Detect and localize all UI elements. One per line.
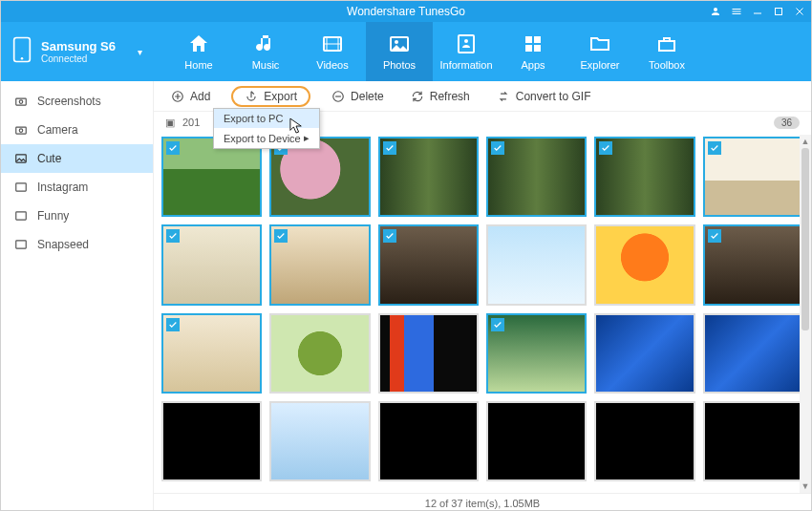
thumbnail[interactable] (594, 313, 694, 394)
group-year: 201 (182, 117, 200, 128)
scroll-up-icon[interactable]: ▲ (800, 135, 811, 148)
checkbox-checked-icon[interactable] (708, 141, 721, 155)
close-icon[interactable] (794, 6, 805, 17)
sidebar-item-funny[interactable]: Funny (1, 202, 153, 230)
checkbox-checked-icon[interactable] (383, 229, 396, 243)
device-name: Samsung S6 (41, 39, 128, 53)
svg-rect-1 (776, 9, 782, 15)
tool-label: Delete (351, 90, 384, 103)
main: Screenshots Camera Cute Instagram Funny … (1, 81, 811, 511)
thumbnail[interactable] (269, 224, 370, 305)
scrollbar[interactable]: ▲ ▼ (800, 135, 811, 493)
thumbnail[interactable] (486, 224, 587, 305)
sidebar-item-snapseed[interactable]: Snapseed (1, 230, 153, 259)
toolbox-icon (655, 32, 678, 55)
folder-icon (588, 32, 611, 55)
thumbnail[interactable] (486, 313, 587, 394)
device-info: Samsung S6 Connected (41, 39, 128, 64)
nav-apps[interactable]: Apps (500, 22, 566, 81)
scroll-track[interactable] (801, 148, 809, 479)
convert-gif-button[interactable]: Convert to GIF (491, 88, 597, 105)
thumbnail[interactable] (161, 224, 262, 305)
device-status: Connected (41, 53, 128, 64)
thumbnail[interactable] (269, 401, 370, 481)
maximize-icon[interactable] (773, 6, 784, 17)
checkbox-checked-icon[interactable] (166, 229, 180, 243)
checkbox-checked-icon[interactable] (491, 318, 504, 331)
checkbox-checked-icon[interactable] (274, 229, 288, 243)
thumbnail[interactable] (269, 313, 370, 394)
app-title: Wondershare TunesGo (347, 5, 465, 18)
sidebar-item-cute[interactable]: Cute (1, 144, 153, 173)
thumbnail[interactable] (378, 401, 479, 481)
refresh-icon (411, 90, 424, 103)
sidebar-item-camera[interactable]: Camera (1, 116, 153, 144)
thumbnail[interactable] (594, 401, 694, 481)
thumbnail[interactable] (161, 401, 262, 481)
thumbnail[interactable] (161, 313, 262, 394)
nav-toolbox[interactable]: Toolbox (633, 22, 700, 81)
export-to-pc-item[interactable]: Export to PC (214, 109, 319, 128)
nav-music[interactable]: Music (232, 22, 299, 81)
phone-icon (12, 36, 32, 67)
thumbnail[interactable] (486, 401, 587, 481)
thumbnail[interactable] (703, 137, 803, 217)
thumbnail[interactable] (703, 224, 803, 305)
thumbnail[interactable] (594, 224, 694, 305)
nav-photos[interactable]: Photos (366, 22, 433, 81)
checkbox-checked-icon[interactable] (166, 141, 180, 155)
thumbnail[interactable] (703, 313, 803, 394)
nav-label: Home (184, 59, 212, 71)
menu-icon[interactable] (731, 6, 742, 17)
delete-button[interactable]: Delete (326, 88, 390, 105)
dropdown-label: Export to PC (224, 113, 283, 124)
nav-videos[interactable]: Videos (299, 22, 366, 81)
checkbox-checked-icon[interactable] (491, 141, 504, 155)
svg-point-15 (19, 100, 23, 104)
add-button[interactable]: Add (165, 88, 216, 105)
nav-information[interactable]: Information (433, 22, 500, 81)
sidebar-item-label: Camera (37, 123, 78, 137)
thumbnail[interactable] (378, 313, 479, 394)
thumbnail[interactable] (378, 224, 479, 305)
minus-circle-icon (331, 90, 345, 103)
checkbox-checked-icon[interactable] (708, 229, 721, 243)
main-nav: Home Music Videos Photos Information App… (165, 22, 700, 81)
sidebar-item-screenshots[interactable]: Screenshots (1, 87, 153, 116)
window-controls (710, 1, 805, 22)
checkbox-checked-icon[interactable] (599, 141, 612, 155)
device-selector[interactable]: Samsung S6 Connected ▾ (1, 22, 154, 81)
cursor-icon (289, 117, 303, 138)
sidebar-item-instagram[interactable]: Instagram (1, 173, 153, 202)
video-icon (321, 32, 344, 55)
thumbnail[interactable] (378, 137, 479, 217)
refresh-button[interactable]: Refresh (405, 88, 476, 105)
status-text: 12 of 37 item(s), 1.05MB (425, 498, 540, 509)
toolbar: Add Export Delete Refresh Convert to GIF (154, 81, 811, 112)
chevron-right-icon: ▸ (304, 132, 310, 144)
thumbnail[interactable] (703, 401, 803, 481)
thumbnail[interactable] (486, 137, 587, 217)
image-icon (14, 209, 28, 223)
home-icon (187, 32, 210, 55)
user-icon[interactable] (710, 6, 721, 17)
sidebar-item-label: Funny (37, 209, 69, 223)
svg-rect-10 (534, 36, 541, 43)
minimize-icon[interactable] (752, 6, 763, 17)
scroll-down-icon[interactable]: ▼ (800, 479, 811, 493)
export-dropdown: Export to PC Export to Device ▸ (213, 108, 320, 149)
group-count-badge: 36 (774, 117, 800, 129)
svg-rect-19 (16, 183, 27, 191)
export-to-device-item[interactable]: Export to Device ▸ (214, 128, 319, 148)
checkbox-checked-icon[interactable] (166, 318, 180, 331)
scroll-thumb[interactable] (801, 148, 809, 330)
svg-rect-14 (16, 98, 27, 105)
nav-label: Photos (383, 59, 416, 71)
svg-rect-11 (525, 45, 532, 52)
sidebar-item-label: Cute (37, 152, 61, 165)
nav-home[interactable]: Home (165, 22, 232, 81)
export-button[interactable]: Export (231, 86, 310, 107)
nav-explorer[interactable]: Explorer (566, 22, 633, 81)
thumbnail[interactable] (594, 137, 694, 217)
checkbox-checked-icon[interactable] (383, 141, 396, 155)
